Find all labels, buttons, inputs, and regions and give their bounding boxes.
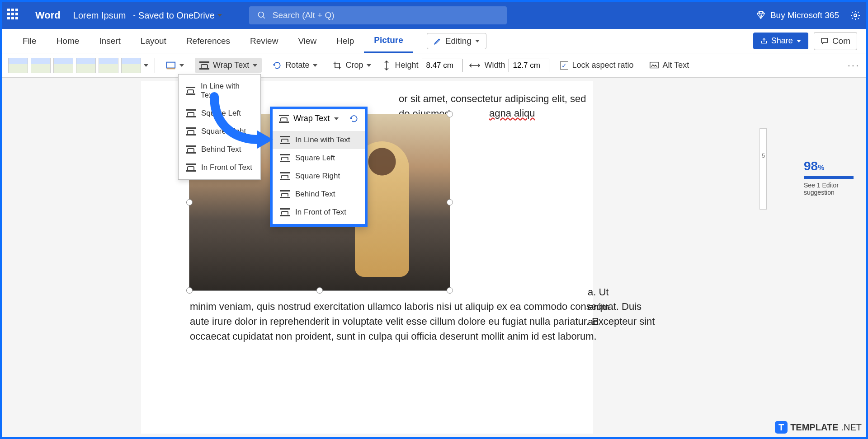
height-label: Height xyxy=(395,61,418,70)
resize-handle[interactable] xyxy=(316,287,323,294)
wrap-sqleft-icon xyxy=(186,109,196,117)
rotate-icon[interactable] xyxy=(349,114,359,123)
editor-score: 98 xyxy=(804,159,818,173)
menu-references[interactable]: References xyxy=(176,29,240,53)
editor-score-panel[interactable]: 98% See 1 Editor suggestion xyxy=(804,159,862,196)
chevron-down-icon xyxy=(313,64,317,67)
resize-handle[interactable] xyxy=(186,199,193,205)
floating-wrap-label: Wrap Text xyxy=(293,114,330,123)
resize-handle[interactable] xyxy=(186,287,193,294)
svg-rect-5 xyxy=(650,62,658,68)
chevron-down-icon xyxy=(179,64,184,67)
resize-handle[interactable] xyxy=(447,199,453,205)
buy-label: Buy Microsoft 365 xyxy=(770,10,839,20)
wrap-option-square-right[interactable]: Square Right xyxy=(273,167,365,185)
wrap-option-inline[interactable]: In Line with Text xyxy=(273,131,365,149)
editor-hint[interactable]: See 1 Editor suggestion xyxy=(804,182,862,196)
resize-handle[interactable] xyxy=(447,111,453,117)
wrap-inline-icon xyxy=(186,87,195,95)
title-bar: Word Lorem Ipsum - Saved to OneDrive Sea… xyxy=(2,2,866,29)
menu-view[interactable]: View xyxy=(288,29,326,53)
menu-review[interactable]: Review xyxy=(240,29,288,53)
rotate-button[interactable]: Rotate xyxy=(268,58,322,73)
checkbox-icon: ✓ xyxy=(560,61,568,70)
height-group: Height xyxy=(382,59,462,72)
save-location-label: Saved to OneDrive xyxy=(138,10,215,21)
lock-aspect-checkbox[interactable]: ✓ Lock aspect ratio xyxy=(556,58,638,73)
menu-insert[interactable]: Insert xyxy=(89,29,131,53)
picture-style-1[interactable] xyxy=(8,58,28,73)
buy-link[interactable]: Buy Microsoft 365 xyxy=(756,10,839,20)
menu-layout[interactable]: Layout xyxy=(131,29,176,53)
alt-text-icon xyxy=(649,61,659,70)
menu-file[interactable]: File xyxy=(13,29,47,53)
width-label: Width xyxy=(484,61,505,70)
wrap-option-square-left[interactable]: Square Left xyxy=(273,149,365,167)
share-button[interactable]: Share xyxy=(753,33,808,49)
separator: - xyxy=(133,11,136,19)
editing-mode-button[interactable]: Editing xyxy=(427,33,486,49)
save-location[interactable]: Saved to OneDrive xyxy=(138,10,222,21)
floating-wrap-button[interactable]: Wrap Text xyxy=(273,109,365,128)
picture-style-6[interactable] xyxy=(121,58,141,73)
resize-handle[interactable] xyxy=(447,287,453,294)
diamond-icon xyxy=(756,10,766,20)
wrap-front-icon xyxy=(186,163,196,172)
doc-paragraph: minim veniam, quis nostrud exercitation … xyxy=(190,299,660,344)
wrap-option-behind[interactable]: Behind Text xyxy=(273,185,365,203)
chevron-down-icon[interactable] xyxy=(144,64,148,67)
wrap-behind-icon xyxy=(186,145,196,154)
document-name[interactable]: Lorem Ipsum xyxy=(73,10,126,21)
doc-text-line: agna aliqu xyxy=(489,106,535,121)
document-canvas: or sit amet, consectetur adipiscing elit… xyxy=(2,78,866,437)
share-label: Share xyxy=(771,36,793,46)
height-input[interactable] xyxy=(422,59,462,72)
menu-help[interactable]: Help xyxy=(326,29,364,53)
score-bar xyxy=(804,176,854,179)
picture-style-5[interactable] xyxy=(99,58,118,73)
picture-border-button[interactable] xyxy=(161,58,189,73)
wrap-text-label: Wrap Text xyxy=(213,61,249,70)
picture-style-3[interactable] xyxy=(53,58,73,73)
menu-picture[interactable]: Picture xyxy=(364,29,413,53)
wrap-text-button[interactable]: Wrap Text xyxy=(195,58,262,73)
settings-icon[interactable] xyxy=(850,10,861,21)
search-icon xyxy=(257,11,266,20)
ribbon: Wrap Text Rotate Crop Height Width ✓ Loc… xyxy=(2,53,866,78)
wrap-text-floating-toolbar: Wrap Text In Line with Text Square Left … xyxy=(270,107,368,227)
picture-style-2[interactable] xyxy=(31,58,51,73)
menu-home[interactable]: Home xyxy=(47,29,90,53)
app-launcher-icon[interactable] xyxy=(7,9,21,22)
wrap-text-icon xyxy=(279,115,289,123)
wrap-option-front[interactable]: In Front of Text xyxy=(179,159,260,177)
crop-button[interactable]: Crop xyxy=(328,58,376,73)
wrap-text-icon xyxy=(199,61,209,70)
app-name: Word xyxy=(35,9,61,21)
picture-styles[interactable] xyxy=(8,58,148,73)
crop-icon xyxy=(333,61,342,70)
width-input[interactable] xyxy=(509,59,549,72)
floating-wrap-menu: In Line with Text Square Left Square Rig… xyxy=(273,128,365,224)
editing-label: Editing xyxy=(445,36,472,46)
watermark-icon: T xyxy=(775,421,788,434)
share-icon xyxy=(760,37,768,45)
crop-label: Crop xyxy=(345,61,363,70)
alt-text-label: Alt Text xyxy=(663,61,689,70)
search-input[interactable]: Search (Alt + Q) xyxy=(249,6,507,24)
ribbon-overflow[interactable]: ··· xyxy=(848,60,860,71)
svg-point-0 xyxy=(258,12,264,18)
rotate-label: Rotate xyxy=(285,61,309,70)
comments-button[interactable]: Com xyxy=(814,32,857,50)
width-icon xyxy=(469,61,481,70)
height-icon xyxy=(382,60,391,71)
svg-rect-3 xyxy=(167,62,175,68)
wrap-option-front[interactable]: In Front of Text xyxy=(273,203,365,221)
picture-style-4[interactable] xyxy=(76,58,96,73)
wrap-behind-icon xyxy=(280,190,290,198)
menu-bar: File Home Insert Layout References Revie… xyxy=(2,29,866,53)
comments-label: Com xyxy=(832,36,850,46)
search-placeholder: Search (Alt + Q) xyxy=(273,10,335,20)
alt-text-button[interactable]: Alt Text xyxy=(645,58,694,73)
chevron-down-icon xyxy=(217,14,222,17)
width-group: Width xyxy=(469,59,549,72)
